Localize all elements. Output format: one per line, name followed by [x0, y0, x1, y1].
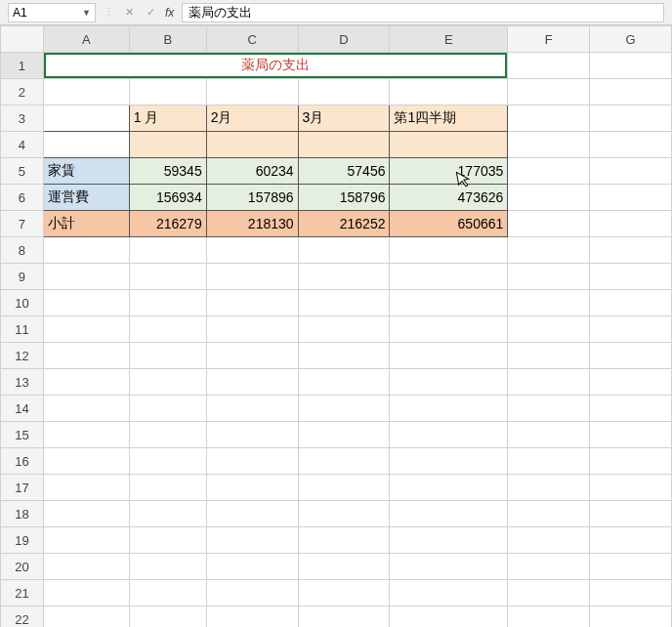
cell-D12[interactable]: [298, 343, 390, 369]
cell-F21[interactable]: [508, 580, 590, 606]
cell-F10[interactable]: [508, 290, 590, 316]
cell-A17[interactable]: [43, 475, 129, 501]
cell-C21[interactable]: [206, 580, 298, 606]
cell-A20[interactable]: [43, 554, 129, 580]
cell-B16[interactable]: [129, 448, 206, 475]
cell-G2[interactable]: [590, 79, 672, 105]
cell-A19[interactable]: [43, 527, 129, 554]
cell-F11[interactable]: [508, 316, 590, 343]
cell-E19[interactable]: [390, 527, 508, 554]
cell-C9[interactable]: [206, 264, 298, 290]
dropdown-icon[interactable]: ▼: [82, 8, 91, 18]
cell-F22[interactable]: [508, 606, 590, 628]
cell-E15[interactable]: [390, 422, 508, 448]
row-header-10[interactable]: 10: [1, 290, 44, 316]
title-cell[interactable]: 薬局の支出: [43, 53, 507, 79]
cell-C4[interactable]: [206, 132, 298, 158]
col-header-D[interactable]: D: [298, 26, 390, 53]
cell-C12[interactable]: [206, 343, 298, 369]
cell-B17[interactable]: [129, 475, 206, 501]
cell-B4[interactable]: [129, 132, 206, 158]
cell-C10[interactable]: [206, 290, 298, 316]
cell-E2[interactable]: [390, 79, 508, 105]
cell-D18[interactable]: [298, 501, 390, 527]
col-header-E[interactable]: E: [390, 26, 508, 53]
row-header-6[interactable]: 6: [1, 185, 44, 211]
cell-G20[interactable]: [590, 554, 672, 580]
cell-D13[interactable]: [298, 369, 390, 396]
col-header-G[interactable]: G: [590, 26, 672, 53]
cell-G11[interactable]: [590, 316, 672, 343]
cell-D17[interactable]: [298, 475, 390, 501]
cell-A13[interactable]: [43, 369, 129, 396]
cell-B11[interactable]: [129, 316, 206, 343]
cell-B3[interactable]: 1 月: [129, 105, 206, 132]
cell-G10[interactable]: [590, 290, 672, 316]
cell-F14[interactable]: [508, 396, 590, 422]
cell-F1[interactable]: [508, 53, 590, 79]
cell-A18[interactable]: [43, 501, 129, 527]
cell-A22[interactable]: [43, 606, 129, 628]
cell-B8[interactable]: [129, 237, 206, 264]
cell-B6[interactable]: 156934: [129, 185, 206, 211]
fx-icon[interactable]: fx: [165, 6, 174, 20]
cell-E18[interactable]: [390, 501, 508, 527]
cell-F17[interactable]: [508, 475, 590, 501]
cell-C18[interactable]: [206, 501, 298, 527]
cell-C6[interactable]: 157896: [206, 185, 298, 211]
cell-F20[interactable]: [508, 554, 590, 580]
cell-C3[interactable]: 2月: [206, 105, 298, 132]
cell-D2[interactable]: [298, 79, 390, 105]
cell-E5[interactable]: 177035: [390, 158, 508, 185]
col-header-A[interactable]: A: [43, 26, 129, 53]
cell-A21[interactable]: [43, 580, 129, 606]
name-box[interactable]: A1 ▼: [8, 3, 96, 22]
cell-G18[interactable]: [590, 501, 672, 527]
row-header-8[interactable]: 8: [1, 237, 44, 264]
cell-G8[interactable]: [590, 237, 672, 264]
row-header-11[interactable]: 11: [1, 316, 44, 343]
cell-B12[interactable]: [129, 343, 206, 369]
cell-G14[interactable]: [590, 396, 672, 422]
cell-D16[interactable]: [298, 448, 390, 475]
col-header-C[interactable]: C: [206, 26, 298, 53]
cell-D4[interactable]: [298, 132, 390, 158]
cell-D6[interactable]: 158796: [298, 185, 390, 211]
cell-G16[interactable]: [590, 448, 672, 475]
cell-F4[interactable]: [508, 132, 590, 158]
cell-G7[interactable]: [590, 211, 672, 237]
cell-B10[interactable]: [129, 290, 206, 316]
row-header-12[interactable]: 12: [1, 343, 44, 369]
cell-D14[interactable]: [298, 396, 390, 422]
cell-D10[interactable]: [298, 290, 390, 316]
cell-A14[interactable]: [43, 396, 129, 422]
cell-D19[interactable]: [298, 527, 390, 554]
cell-G13[interactable]: [590, 369, 672, 396]
cell-G3[interactable]: [590, 105, 672, 132]
cell-C2[interactable]: [206, 79, 298, 105]
cell-B7[interactable]: 216279: [129, 211, 206, 237]
formula-input[interactable]: 薬局の支出: [182, 3, 664, 22]
cell-E21[interactable]: [390, 580, 508, 606]
cell-A10[interactable]: [43, 290, 129, 316]
cell-E12[interactable]: [390, 343, 508, 369]
cell-B22[interactable]: [129, 606, 206, 628]
row-header-17[interactable]: 17: [1, 475, 44, 501]
cell-C19[interactable]: [206, 527, 298, 554]
cell-G17[interactable]: [590, 475, 672, 501]
row-header-7[interactable]: 7: [1, 211, 44, 237]
cell-C14[interactable]: [206, 396, 298, 422]
cell-E20[interactable]: [390, 554, 508, 580]
row-header-19[interactable]: 19: [1, 527, 44, 554]
cell-G12[interactable]: [590, 343, 672, 369]
cell-G4[interactable]: [590, 132, 672, 158]
cell-F8[interactable]: [508, 237, 590, 264]
select-all-corner[interactable]: [1, 26, 44, 53]
cell-D7[interactable]: 216252: [298, 211, 390, 237]
cell-B5[interactable]: 59345: [129, 158, 206, 185]
cell-A3[interactable]: [43, 105, 129, 132]
cell-D21[interactable]: [298, 580, 390, 606]
confirm-icon[interactable]: ✓: [144, 6, 157, 19]
row-header-3[interactable]: 3: [1, 105, 44, 132]
cell-A5[interactable]: 家賃: [43, 158, 129, 185]
